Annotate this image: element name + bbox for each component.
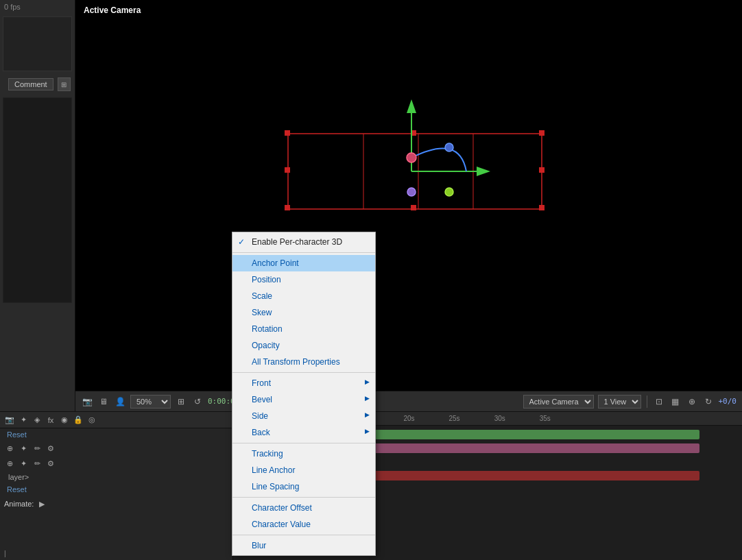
star3-icon[interactable]: ✦ bbox=[18, 458, 29, 469]
svg-rect-7 bbox=[539, 205, 544, 210]
view-select[interactable]: 1 View bbox=[598, 395, 641, 409]
divider1 bbox=[647, 395, 647, 408]
menu-item-enable-per-char-3d[interactable]: Enable Per-character 3D bbox=[232, 234, 375, 250]
cam-icon[interactable]: 📷 bbox=[4, 415, 15, 426]
fx-icon[interactable]: fx bbox=[45, 415, 56, 426]
person-icon[interactable]: 👤 bbox=[114, 395, 126, 408]
menu-separator-3 bbox=[232, 443, 375, 443]
star-icon[interactable]: ✦ bbox=[18, 415, 29, 426]
grid-icon[interactable]: ⊞ bbox=[58, 77, 71, 91]
timeline-cursor: | bbox=[4, 550, 6, 557]
menu-item-blur[interactable]: Blur bbox=[232, 537, 375, 554]
settings2-icon[interactable]: ⚙ bbox=[45, 458, 56, 469]
svg-marker-13 bbox=[407, 99, 416, 113]
menu-item-all-transform[interactable]: All Transform Properties bbox=[232, 354, 375, 370]
menu-item-skew[interactable]: Skew bbox=[232, 304, 375, 321]
star2-icon[interactable]: ✦ bbox=[18, 443, 29, 454]
menu-item-tracking[interactable]: Tracking bbox=[232, 446, 375, 462]
svg-point-16 bbox=[407, 153, 416, 162]
bar-chart-icon[interactable]: ▦ bbox=[669, 395, 682, 408]
svg-rect-5 bbox=[539, 130, 544, 136]
menu-item-scale[interactable]: Scale bbox=[232, 288, 375, 304]
menu-item-back[interactable]: Back bbox=[232, 424, 375, 441]
reset-button-2[interactable]: Reset bbox=[4, 485, 29, 494]
svg-point-17 bbox=[445, 143, 453, 151]
camera-icon[interactable]: 📷 bbox=[81, 395, 93, 408]
zoom-select[interactable]: 50% 100% bbox=[130, 395, 171, 409]
monitor-icon[interactable]: 🖥 bbox=[97, 395, 110, 408]
settings-icon[interactable]: ⚙ bbox=[45, 443, 56, 454]
lock-icon[interactable]: 🔒 bbox=[73, 415, 84, 426]
svg-rect-4 bbox=[285, 130, 290, 136]
camera-select[interactable]: Active Camera bbox=[523, 395, 594, 409]
grid-icon[interactable]: ⊡ bbox=[653, 395, 665, 408]
tick-30s: 30s bbox=[494, 415, 505, 422]
viewport: Active Camera bbox=[75, 0, 742, 391]
motion-icon[interactable]: ◉ bbox=[59, 415, 70, 426]
timeline-toolbar: 📷 ✦ ◈ fx ◉ 🔒 ◎ bbox=[0, 412, 232, 428]
menu-item-rotation[interactable]: Rotation bbox=[232, 321, 375, 337]
svg-marker-15 bbox=[477, 167, 490, 176]
pencil2-icon[interactable]: ✏ bbox=[32, 458, 43, 469]
svg-rect-9 bbox=[411, 205, 416, 210]
tick-25s: 25s bbox=[449, 415, 460, 422]
menu-item-position[interactable]: Position bbox=[232, 271, 375, 288]
comment-button[interactable]: Comment bbox=[8, 78, 53, 90]
animate-label: Animate: bbox=[4, 500, 34, 508]
viewport-svg bbox=[75, 0, 742, 391]
fit-icon[interactable]: ⊞ bbox=[175, 395, 187, 408]
tick-35s: 35s bbox=[540, 415, 551, 422]
svg-point-19 bbox=[445, 188, 453, 196]
tick-20s: 20s bbox=[403, 415, 414, 422]
plus-minus-display: +0/0 bbox=[719, 397, 737, 406]
menu-separator-5 bbox=[232, 535, 375, 535]
menu-separator-4 bbox=[232, 497, 375, 498]
menu-item-side[interactable]: Side bbox=[232, 408, 375, 424]
menu-item-opacity[interactable]: Opacity bbox=[232, 337, 375, 354]
nodes-icon[interactable]: ⊕ bbox=[686, 395, 698, 408]
add-icon[interactable]: ⊕ bbox=[4, 443, 15, 454]
context-menu: Enable Per-character 3D Anchor Point Pos… bbox=[232, 232, 376, 556]
menu-item-character-value[interactable]: Character Value bbox=[232, 516, 375, 533]
menu-item-front[interactable]: Front bbox=[232, 375, 375, 391]
timeline-left: 📷 ✦ ◈ fx ◉ 🔒 ◎ Reset ⊕ ✦ ✏ ⚙ ⊕ ✦ ✏ ⚙ lay… bbox=[0, 412, 233, 560]
add2-icon[interactable]: ⊕ bbox=[4, 458, 15, 469]
menu-separator-1 bbox=[232, 252, 375, 253]
menu-item-line-anchor[interactable]: Line Anchor bbox=[232, 462, 375, 478]
svg-rect-6 bbox=[285, 205, 290, 210]
pencil-icon[interactable]: ✏ bbox=[32, 443, 43, 454]
menu-item-line-spacing[interactable]: Line Spacing bbox=[232, 478, 375, 495]
menu-item-anchor-point[interactable]: Anchor Point bbox=[232, 255, 375, 271]
bottom-toolbar: 📷 🖥 👤 50% 100% ⊞ ↺ 0:00:00 Active Camera… bbox=[75, 391, 742, 411]
svg-rect-11 bbox=[539, 167, 544, 173]
menu-item-bevel[interactable]: Bevel bbox=[232, 391, 375, 408]
reset-icon[interactable]: ↺ bbox=[191, 395, 204, 408]
svg-rect-10 bbox=[285, 167, 290, 173]
svg-point-18 bbox=[407, 188, 416, 196]
fps-display: 0 fps bbox=[0, 0, 75, 14]
solo-icon[interactable]: ◎ bbox=[86, 415, 97, 426]
reset-button-1[interactable]: Reset bbox=[4, 430, 29, 439]
play-icon[interactable]: ▶ bbox=[36, 498, 47, 509]
diamond-icon[interactable]: ◈ bbox=[32, 415, 43, 426]
layer-label: layer> bbox=[4, 472, 33, 483]
menu-separator-2 bbox=[232, 372, 375, 373]
cycle-icon[interactable]: ↻ bbox=[702, 395, 715, 408]
menu-item-character-offset[interactable]: Character Offset bbox=[232, 500, 375, 516]
